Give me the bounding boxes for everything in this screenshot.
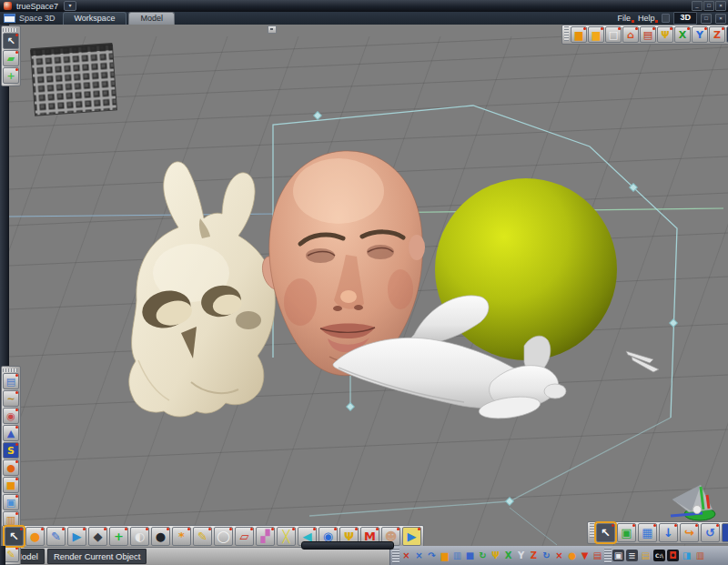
- object-pair-icon[interactable]: ◨: [681, 550, 693, 561]
- menu-separator: [662, 14, 670, 23]
- paint-brush-icon[interactable]: ▶: [402, 527, 421, 546]
- horned-skull[interactable]: [129, 162, 276, 417]
- unwrap-cube-icon[interactable]: ▣: [617, 523, 636, 542]
- object-select-tool-icon[interactable]: ↖: [3, 33, 19, 49]
- status-render-current-object-button[interactable]: Render Current Object: [47, 549, 147, 564]
- link-editor-icon[interactable]: ◘: [667, 550, 679, 561]
- titlebar-dropdown[interactable]: ▾: [64, 1, 76, 11]
- axis-x-icon[interactable]: X: [674, 26, 691, 43]
- close-button[interactable]: ×: [715, 1, 726, 11]
- cube-blue-icon[interactable]: ■: [464, 550, 476, 561]
- menu-help[interactable]: Help: [638, 14, 659, 23]
- tabbar-right-cluster: File Help 3D □ ×: [617, 12, 726, 25]
- left-top-toolbar: ↖▰+: [1, 25, 21, 86]
- script-editor-icon[interactable]: S: [3, 442, 19, 459]
- paint-object-icon[interactable]: ✎: [193, 527, 212, 546]
- toolbar-grip[interactable]: [590, 523, 594, 538]
- lasso-select-icon[interactable]: ◯: [214, 527, 233, 546]
- taskbar-grip[interactable]: [604, 548, 612, 563]
- toolbar-grip[interactable]: [564, 26, 569, 41]
- curve-tool-icon[interactable]: ∼: [3, 390, 19, 407]
- sphere-small-icon[interactable]: ●: [566, 550, 578, 561]
- undo-icon[interactable]: ↺: [701, 523, 720, 542]
- tab-bar: Space 3D Workspace Model File Help 3D □ …: [0, 12, 728, 25]
- panel-box-icon[interactable]: ▥: [451, 550, 463, 561]
- space3d-label-text: Space 3D: [19, 14, 56, 23]
- toolbar-grip[interactable]: [3, 28, 17, 32]
- plane-primitive-icon[interactable]: ▰: [3, 50, 19, 66]
- scene-home-icon[interactable]: ⌂: [622, 26, 639, 43]
- pane-restore-button[interactable]: □: [701, 14, 712, 24]
- select-arrow-icon[interactable]: ↖: [596, 523, 615, 542]
- tab-model[interactable]: Model: [128, 12, 175, 25]
- cube-primitive-icon[interactable]: ■: [3, 477, 19, 493]
- model-library-icon[interactable]: ▆: [588, 26, 604, 43]
- truespace-window: trueSpace7 ▾ _ □ × Space 3D Workspace Mo…: [0, 0, 728, 565]
- pyramid-primitive-icon[interactable]: ▲: [3, 425, 19, 441]
- light-tool-icon[interactable]: ◐: [130, 527, 149, 546]
- add-plane-icon[interactable]: +: [3, 67, 19, 84]
- bottom-taskbar: ××↷▆▥■↻ΨXYZ↻×●▼▤ ▣≡▤C:\◘◨▥: [389, 546, 728, 565]
- boolean-cube-icon[interactable]: ◆: [88, 527, 107, 546]
- add-primitive-icon[interactable]: +: [109, 527, 128, 546]
- glue-tool-icon[interactable]: ▶: [67, 527, 86, 546]
- grid-hand-icon[interactable]: ▤: [592, 550, 603, 561]
- taskbar-grip[interactable]: [392, 548, 399, 563]
- task-list-icon[interactable]: ≡: [626, 550, 638, 561]
- grid-plane-icon[interactable]: ▦: [638, 523, 657, 542]
- panel-window-icon[interactable]: ▤: [3, 373, 19, 389]
- console-icon[interactable]: C:\: [653, 550, 665, 561]
- axes-widget-icon[interactable]: Ψ: [657, 26, 673, 43]
- sculpt-blue-icon[interactable]: ×: [413, 550, 425, 561]
- point-edit-icon[interactable]: ✎: [46, 527, 66, 546]
- panel-collapse-handle[interactable]: [268, 25, 277, 34]
- object-tool-icon[interactable]: ↖: [5, 527, 24, 546]
- rotate-blue-icon[interactable]: ↻: [541, 550, 552, 561]
- x-axis-small-icon[interactable]: X: [502, 550, 514, 561]
- new-scene-icon[interactable]: □: [605, 26, 622, 43]
- scene-view-icon[interactable]: ▣: [3, 494, 19, 510]
- axis-z-icon[interactable]: Z: [709, 26, 725, 43]
- material-balls-icon[interactable]: ◉: [3, 408, 19, 424]
- render-sphere-icon[interactable]: ●: [151, 527, 170, 546]
- polygon-draw-icon[interactable]: ▱: [235, 527, 254, 546]
- menu-file[interactable]: File: [617, 14, 634, 23]
- sweep-tool-icon[interactable]: ↪: [680, 523, 699, 542]
- panels-toggle-icon[interactable]: ▣: [612, 550, 624, 561]
- viewport-3d[interactable]: [9, 25, 728, 546]
- toolbar-grip[interactable]: [3, 368, 17, 372]
- delete-tool-icon[interactable]: ×: [553, 550, 565, 561]
- red-panel-icon[interactable]: ▥: [694, 550, 706, 561]
- app-icon: [4, 2, 12, 10]
- layers-icon[interactable]: ▤: [640, 26, 656, 43]
- axes-small-icon[interactable]: Ψ: [490, 550, 501, 561]
- primitive-pot-icon[interactable]: ▆: [571, 26, 587, 43]
- toolbar-drag-handle[interactable]: [301, 541, 394, 550]
- rotate-green-icon[interactable]: ↻: [477, 550, 489, 561]
- minimize-button[interactable]: _: [692, 1, 703, 11]
- axis-y-icon[interactable]: Y: [692, 26, 708, 43]
- z-axis-small-icon[interactable]: Z: [528, 550, 540, 561]
- material-sphere-icon[interactable]: ●: [3, 459, 19, 476]
- folder-icon[interactable]: ▤: [640, 550, 652, 561]
- color-palette-icon[interactable]: ▞: [256, 527, 275, 546]
- top-right-toolbar: ▆▆□⌂▤ΨXYZ*: [561, 25, 728, 45]
- textured-cube[interactable]: [30, 43, 116, 116]
- sculpt-red-icon[interactable]: ×: [400, 550, 412, 561]
- mode-3d-button[interactable]: 3D: [673, 12, 697, 25]
- sphere-primitive-icon[interactable]: ●: [25, 527, 45, 546]
- bend-tool-icon[interactable]: ↷: [426, 550, 438, 561]
- pane-close-button[interactable]: ×: [715, 14, 726, 24]
- scene-svg: [9, 25, 728, 546]
- help-icon[interactable]: ?: [722, 523, 728, 542]
- window-title: trueSpace7: [16, 2, 58, 11]
- pot-primitive-icon[interactable]: ▆: [439, 550, 450, 561]
- tab-workspace[interactable]: Workspace: [63, 12, 127, 25]
- deform-tool-icon[interactable]: *: [172, 527, 191, 546]
- y-axis-small-icon[interactable]: Y: [515, 550, 527, 561]
- restore-button[interactable]: □: [703, 1, 714, 11]
- white-propeller-part[interactable]: [626, 351, 659, 372]
- light-cone-icon[interactable]: ▼: [579, 550, 591, 561]
- repair-tool-icon[interactable]: ╳: [277, 527, 296, 546]
- import-icon[interactable]: ↓: [659, 523, 678, 542]
